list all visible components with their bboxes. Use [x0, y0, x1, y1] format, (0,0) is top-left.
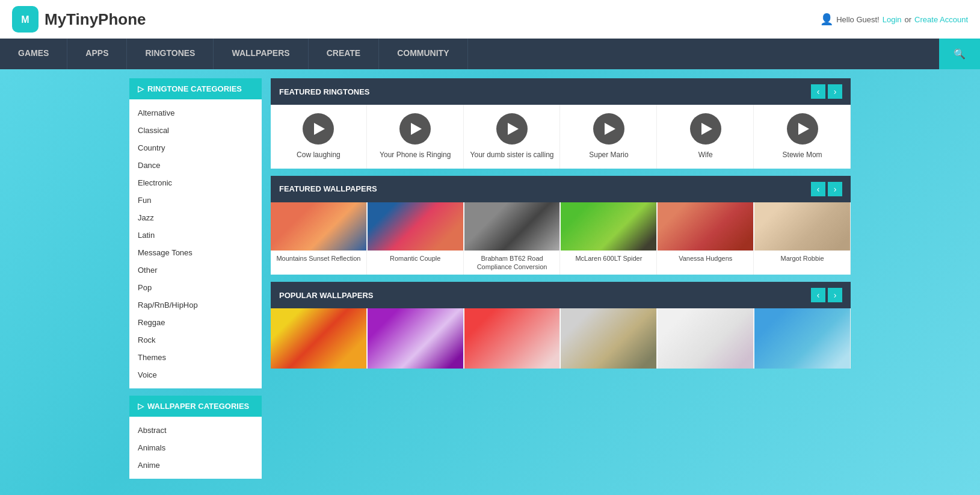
or-text: or: [905, 15, 912, 24]
popular-wallpapers-section: POPULAR WALLPAPERS ‹ ›: [271, 282, 851, 369]
ringtone-item-3[interactable]: Super Mario: [561, 105, 657, 169]
featured-ringtones-section: FEATURED RINGTONES ‹ › Cow laughing Your…: [271, 78, 851, 169]
popular-wallpaper-item-4[interactable]: [658, 308, 754, 369]
ringtone-item-1[interactable]: Your Phone is Ringing: [368, 105, 464, 169]
ringtone-item-0[interactable]: Cow laughing: [271, 105, 367, 169]
ringtones-next-btn[interactable]: ›: [828, 84, 842, 99]
popular-wallpaper-item-2[interactable]: [464, 308, 561, 369]
sidebar-item-message-tones[interactable]: Message Tones: [129, 244, 262, 261]
sidebar-item-animals[interactable]: Animals: [129, 439, 262, 456]
sidebar-item-themes[interactable]: Themes: [129, 349, 262, 366]
sidebar-item-pop[interactable]: Pop: [129, 279, 262, 296]
wallpaper-item-5[interactable]: Margot Robbie: [754, 202, 851, 275]
wallpapers-next-btn[interactable]: ›: [828, 182, 842, 196]
ringtone-name-1: Your Phone is Ringing: [372, 151, 458, 160]
sidebar-item-other[interactable]: Other: [129, 261, 262, 279]
sidebar-item-voice[interactable]: Voice: [129, 366, 262, 384]
nav-wallpapers[interactable]: WALLPAPERS: [214, 39, 308, 69]
popular-thumb-5: [754, 308, 850, 369]
sidebar-item-anime[interactable]: Anime: [129, 456, 262, 474]
wallpapers-prev-btn[interactable]: ‹: [811, 182, 825, 196]
sidebar-item-abstract[interactable]: Abstract: [129, 422, 262, 439]
header: M MyTinyPhone 👤 Hello Guest! Login or Cr…: [0, 0, 980, 39]
ringtone-categories-header: ▷ RINGTONE CATEGORIES: [129, 78, 262, 99]
sidebar-item-country[interactable]: Country: [129, 139, 262, 157]
ringtone-name-3: Super Mario: [566, 151, 652, 160]
wallpaper-item-0[interactable]: Mountains Sunset Reflection: [271, 202, 367, 275]
ringtone-item-4[interactable]: Wife: [658, 105, 754, 169]
popular-thumb-2: [464, 308, 560, 369]
wallpaper-item-2[interactable]: Brabham BT62 Road Compliance Conversion: [464, 202, 561, 275]
wallpaper-thumb-0: [271, 202, 366, 251]
search-icon: 🔍: [954, 48, 966, 60]
sidebar-item-electronic[interactable]: Electronic: [129, 174, 262, 191]
sidebar-item-classical[interactable]: Classical: [129, 122, 262, 139]
play-btn-0[interactable]: [303, 113, 334, 145]
popular-wallpapers-nav: ‹ ›: [811, 288, 842, 302]
popular-wallpaper-item-0[interactable]: [271, 308, 367, 369]
play-btn-1[interactable]: [399, 113, 431, 145]
login-link[interactable]: Login: [883, 15, 902, 24]
wallpaper-name-5: Margot Robbie: [754, 251, 850, 266]
nav-games[interactable]: GAMES: [0, 39, 67, 69]
wallpaper-categories-list: Abstract Animals Anime: [129, 417, 262, 479]
play-btn-5[interactable]: [787, 113, 818, 145]
nav-ringtones[interactable]: RINGTONES: [127, 39, 214, 69]
wallpaper-name-1: Romantic Couple: [368, 251, 463, 266]
arrow-icon: ▷: [138, 84, 144, 93]
wallpaper-thumb-3: [561, 202, 656, 251]
wallpaper-item-4[interactable]: Vanessa Hudgens: [658, 202, 754, 275]
ringtones-prev-btn[interactable]: ‹: [811, 84, 825, 99]
ringtone-name-5: Stewie Mom: [759, 151, 845, 160]
sidebar: ▷ RINGTONE CATEGORIES Alternative Classi…: [129, 78, 262, 479]
ringtone-name-0: Cow laughing: [276, 151, 362, 160]
wallpaper-categories-header: ▷ WALLPAPER CATEGORIES: [129, 396, 262, 417]
sidebar-item-reggae[interactable]: Reggae: [129, 314, 262, 331]
logo-area: M MyTinyPhone: [12, 6, 146, 33]
sidebar-item-dance[interactable]: Dance: [129, 157, 262, 174]
popular-thumb-4: [658, 308, 753, 369]
play-btn-4[interactable]: [690, 113, 721, 145]
nav-apps[interactable]: APPS: [67, 39, 127, 69]
search-button[interactable]: 🔍: [939, 39, 980, 69]
content-area: FEATURED RINGTONES ‹ › Cow laughing Your…: [271, 78, 851, 479]
main-content: ▷ RINGTONE CATEGORIES Alternative Classi…: [120, 69, 860, 488]
wallpaper-thumb-1: [368, 202, 463, 251]
sidebar-item-fun[interactable]: Fun: [129, 191, 262, 209]
sidebar-item-latin[interactable]: Latin: [129, 226, 262, 244]
popular-wallpapers-next-btn[interactable]: ›: [828, 288, 842, 302]
svg-text:M: M: [21, 14, 29, 25]
user-greeting: Hello Guest!: [836, 15, 880, 24]
popular-wallpaper-item-3[interactable]: [561, 308, 657, 369]
wallpaper-item-3[interactable]: McLaren 600LT Spider: [561, 202, 657, 275]
logo-icon: M: [12, 6, 39, 33]
wallpaper-thumb-4: [658, 202, 753, 251]
popular-thumb-1: [368, 308, 463, 369]
play-btn-3[interactable]: [593, 113, 624, 145]
wallpaper-thumb-5: [754, 202, 850, 251]
nav-create[interactable]: CREATE: [309, 39, 380, 69]
arrow-icon-2: ▷: [138, 402, 144, 411]
wallpaper-name-0: Mountains Sunset Reflection: [271, 251, 366, 266]
featured-wallpapers-section: FEATURED WALLPAPERS ‹ › Mountains Sunset…: [271, 176, 851, 275]
site-title: MyTinyPhone: [45, 10, 146, 29]
user-icon: 👤: [820, 13, 833, 26]
popular-wallpaper-item-1[interactable]: [368, 308, 464, 369]
ringtone-categories-list: Alternative Classical Country Dance Elec…: [129, 99, 262, 388]
sidebar-item-rap[interactable]: Rap/RnB/HipHop: [129, 296, 262, 314]
sidebar-item-jazz[interactable]: Jazz: [129, 209, 262, 226]
sidebar-item-alternative[interactable]: Alternative: [129, 104, 262, 122]
sidebar-item-rock[interactable]: Rock: [129, 331, 262, 349]
featured-wallpapers-header: FEATURED WALLPAPERS ‹ ›: [271, 176, 851, 202]
ringtone-item-2[interactable]: Your dumb sister is calling: [464, 105, 561, 169]
navbar: GAMES APPS RINGTONES WALLPAPERS CREATE C…: [0, 39, 980, 69]
popular-wallpaper-item-5[interactable]: [754, 308, 851, 369]
wallpaper-name-3: McLaren 600LT Spider: [561, 251, 656, 266]
play-btn-2[interactable]: [496, 113, 528, 145]
create-account-link[interactable]: Create Account: [914, 15, 968, 24]
ringtone-item-5[interactable]: Stewie Mom: [754, 105, 851, 169]
popular-wallpapers-prev-btn[interactable]: ‹: [811, 288, 825, 302]
featured-ringtones-header: FEATURED RINGTONES ‹ ›: [271, 78, 851, 105]
nav-community[interactable]: COMMUNITY: [379, 39, 467, 69]
wallpaper-item-1[interactable]: Romantic Couple: [368, 202, 464, 275]
